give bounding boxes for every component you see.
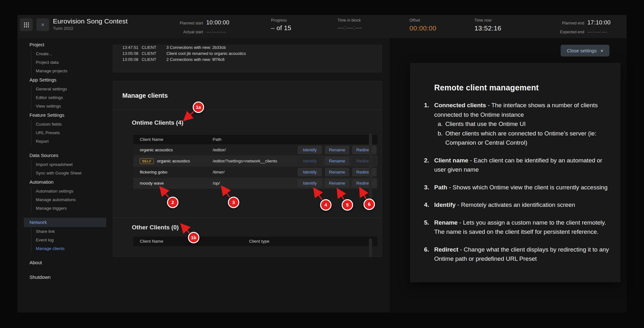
sidebar-item-project-data[interactable]: Project data	[31, 58, 106, 67]
planned-end-label: Planned end	[560, 21, 584, 25]
close-settings-toggle-button[interactable]: ×	[36, 18, 49, 31]
client-actions: IdentifyRenameRedirect	[298, 146, 377, 154]
client-actions: IdentifyRenameRedirect	[298, 179, 377, 187]
client-path-cell: /op/	[213, 178, 220, 189]
sidebar-item-report[interactable]: Report	[31, 137, 106, 146]
doc-item: 2.Client name - Each client can be ident…	[434, 156, 613, 174]
doc-item: 4.Identify - Remotely activates an ident…	[434, 200, 613, 210]
client-name-cell: organic acoustics	[140, 144, 173, 155]
log-origin-tag: CLIENT	[142, 44, 156, 50]
doc-item: 3.Path - Shows which Ontime view the cli…	[434, 183, 613, 192]
planned-end-value: 17:10:00	[587, 19, 610, 26]
self-badge: SELF	[140, 158, 154, 164]
client-row: moody wave/op/IdentifyRenameRedirect	[133, 178, 377, 189]
rename-button[interactable]: Rename	[325, 157, 349, 165]
sidebar-item-automation-settings[interactable]: Automation settings	[31, 187, 106, 195]
doc-sub-item: b.Other clients which are connected to O…	[434, 129, 613, 148]
rename-button[interactable]: Rename	[325, 146, 349, 154]
sidebar-item-manage-clients[interactable]: Manage clients	[31, 244, 106, 253]
close-settings-label: Close settings	[567, 48, 597, 53]
sidebar-item-app-settings[interactable]: App Settings	[24, 75, 106, 85]
sidebar-item-manage-triggers[interactable]: Manage triggers	[31, 204, 106, 213]
scrollbar-thumb[interactable]	[369, 134, 372, 207]
sidebar-item-sync-with-google-sheet[interactable]: Sync with Google Sheet	[31, 169, 106, 177]
manage-clients-panel: Manage clients Ontime Clients (4) Client…	[113, 81, 382, 257]
offset-group: Offset 00:00:00	[409, 18, 436, 32]
progress-value: – of 15	[271, 24, 291, 32]
sidebar-item-import-spreadsheet[interactable]: Import spreadsheet	[31, 160, 106, 169]
doc-item: 6.Redirect - Change what the client disp…	[434, 245, 613, 264]
log-origin-tag: CLIENT	[142, 50, 156, 56]
rename-button[interactable]: Rename	[325, 179, 349, 187]
time-now-label: Time now	[474, 18, 501, 23]
project-title: Eurovision Song Contest	[53, 17, 128, 25]
client-path-cell: /editor/?settings=network__clients	[213, 155, 277, 167]
sidebar-item-automation[interactable]: Automation	[24, 177, 106, 187]
identify-button[interactable]: Identify	[298, 168, 322, 176]
identify-button[interactable]: Identify	[298, 146, 322, 154]
close-icon: ×	[41, 21, 44, 28]
doc-list: 1.Connected clients - The interface show…	[434, 101, 613, 264]
column-header-client-name: Client Name	[140, 237, 163, 246]
annotation-marker-5: 5	[342, 199, 353, 211]
sidebar-item-manage-projects[interactable]: Manage projects	[31, 67, 106, 75]
table-header-row: Client Name Path	[133, 135, 377, 144]
rename-button[interactable]: Rename	[325, 168, 349, 176]
annotation-marker-1a: 1a	[193, 102, 204, 113]
scrollbar-thumb[interactable]	[369, 238, 372, 257]
ontime-clients-table: Client Name Path organic acoustics/edito…	[133, 135, 377, 189]
sidebar-item-share-link[interactable]: Share link	[31, 227, 106, 236]
sidebar-item-url-presets[interactable]: URL Presets	[31, 128, 106, 137]
client-name-cell: flickering gobo	[140, 167, 167, 178]
documentation-panel: Remote client management 1.Connected cli…	[410, 63, 621, 282]
expected-end-label: Expected end	[560, 30, 584, 34]
doc-item: 5.Rename - Lets you assign a custom name…	[434, 218, 613, 237]
doc-title: Remote client management	[434, 83, 613, 92]
identify-button[interactable]: Identify	[298, 179, 322, 187]
doc-item-number: 6.	[424, 245, 429, 254]
divider	[113, 218, 382, 218]
doc-sublist: a.Clients that use the Ontime UIb.Other …	[434, 119, 613, 148]
client-actions: IdentifyRenameRedirect	[298, 157, 377, 165]
sidebar-item-create[interactable]: Create...	[31, 49, 106, 58]
log-time: 13:47:51	[122, 44, 138, 50]
sidebar-item-feature-settings[interactable]: Feature Settings	[24, 110, 106, 120]
redirect-button[interactable]: Redirect	[352, 146, 377, 154]
start-times-group: Planned start 10:00:00 Actual start ––:–…	[180, 19, 229, 34]
sidebar-item-general-settings[interactable]: General settings	[31, 85, 106, 93]
doc-item-number: 5.	[424, 218, 429, 227]
app-window: × Eurovision Song Contest Turin 2022 Pla…	[17, 15, 627, 312]
redirect-button[interactable]: Redirect	[352, 179, 377, 187]
sidebar-item-shutdown[interactable]: Shutdown	[24, 272, 106, 282]
doc-item: 1.Connected clients - The interface show…	[434, 101, 613, 148]
sidebar-subitems: Create...Project dataManage projects	[31, 49, 106, 75]
sidebar-item-about[interactable]: About	[24, 258, 106, 267]
sidebar-section-feature-settings: Feature SettingsCustom fieldsURL Presets…	[24, 110, 106, 146]
sidebar-item-manage-automations[interactable]: Manage automations	[31, 195, 106, 204]
time-in-block-value: ––:––:––	[338, 24, 362, 31]
apps-grid-button[interactable]	[20, 18, 33, 31]
sidebar-item-custom-fields[interactable]: Custom fields	[31, 120, 106, 128]
apps-grid-icon	[24, 22, 29, 28]
page: × Eurovision Song Contest Turin 2022 Pla…	[0, 0, 644, 328]
sidebar-item-network[interactable]: Network	[24, 218, 106, 227]
sidebar-item-project[interactable]: Project	[24, 40, 106, 49]
client-name: moody wave	[140, 181, 164, 186]
sidebar-subitems: Import spreadsheetSync with Google Sheet	[31, 160, 106, 177]
sidebar-item-editor-settings[interactable]: Editor settings	[31, 93, 106, 102]
close-settings-button[interactable]: Close settings ×	[561, 45, 609, 56]
client-row: organic acoustics/editor/IdentifyRenameR…	[133, 144, 377, 155]
redirect-button[interactable]: Redirect	[352, 168, 377, 176]
time-now-value: 13:52:16	[474, 24, 501, 32]
sidebar-item-view-settings[interactable]: View settings	[31, 102, 106, 110]
client-row: SELForganic acoustics/editor/?settings=n…	[133, 155, 377, 167]
end-times-group: Planned end 17:10:00 Expected end ––:––:…	[560, 19, 611, 34]
sidebar-item-event-log[interactable]: Event log	[31, 236, 106, 244]
client-name-cell: moody wave	[140, 178, 164, 189]
client-path-cell: /editor/	[213, 144, 226, 155]
sidebar-section-app-settings: App SettingsGeneral settingsEditor setti…	[24, 75, 106, 110]
event-log-rows: 13:47:51CLIENT3 Connections with new: 2b…	[113, 44, 382, 62]
doc-item-term: Rename	[434, 219, 458, 226]
other-clients-heading: Other Clients (0)	[132, 224, 179, 231]
sidebar-item-data-sources[interactable]: Data Sources	[24, 151, 106, 160]
